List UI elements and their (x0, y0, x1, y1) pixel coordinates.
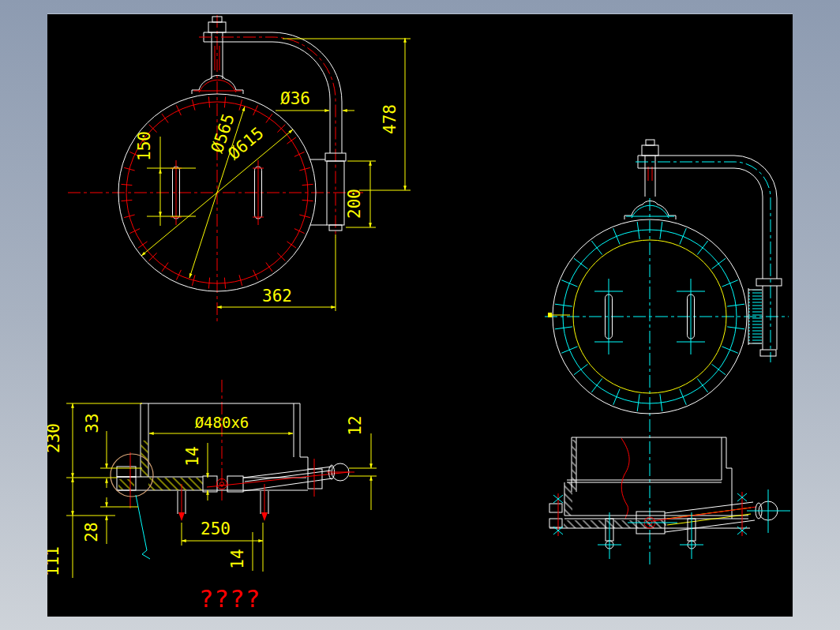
dim-lower-step: 28 (82, 522, 101, 542)
app-frame: Ø36 478 200 150 (0, 0, 840, 630)
flange-tab-upper (549, 504, 562, 512)
dim-height: 478 (381, 104, 399, 134)
dim-shell: Ø480x6 (195, 414, 249, 431)
dim-handle-end: 12 (346, 415, 365, 435)
dim-bolt-spacing: 250 (201, 519, 231, 538)
dim-plate-thickness: 14 (183, 446, 202, 466)
thread-block (748, 288, 762, 345)
section-view-left (111, 380, 354, 559)
section-view-right (549, 437, 790, 559)
dim-slot-length: 150 (135, 131, 154, 161)
weld-mark (548, 313, 552, 317)
dim-step: 33 (83, 413, 102, 433)
dim-bottom-height: 111 (47, 546, 62, 576)
dim-bracket-length: 200 (345, 189, 364, 219)
handle-arm-right (652, 489, 790, 536)
dim-pipe-diameter: Ø36 (280, 89, 310, 108)
cad-drawing: Ø36 478 200 150 (47, 14, 793, 617)
dim-total-height: 230 (47, 423, 63, 453)
break-line (621, 438, 629, 519)
front-view-right (545, 140, 789, 568)
flange-bolts-right (598, 512, 703, 559)
dim-lower-offset: 14 (228, 549, 247, 568)
flange-tab-lower (549, 519, 562, 527)
drawing-canvas[interactable]: Ø36 478 200 150 (47, 13, 793, 617)
drawing-title: ???? (199, 584, 261, 613)
detail-leader (136, 495, 150, 559)
dim-offset: 362 (262, 287, 292, 306)
front-view-left (68, 15, 363, 321)
